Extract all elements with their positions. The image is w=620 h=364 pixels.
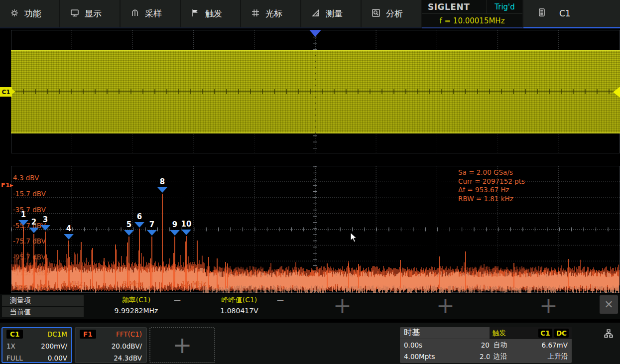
fft-db-label: -15.7 dBV bbox=[13, 190, 46, 198]
active-channel-section[interactable]: C1 bbox=[523, 0, 620, 28]
fft-freq-label: 4 MHz bbox=[62, 279, 83, 287]
c1-probe: 1X bbox=[6, 342, 15, 350]
fft-peak-number: 9 bbox=[172, 220, 177, 229]
add-measure-icon[interactable]: + bbox=[497, 294, 600, 317]
trigger-counter-panel: SIGLENT Trig'd f = 10.00015MHz bbox=[422, 0, 523, 28]
menu-item-5[interactable]: 光标 bbox=[241, 0, 301, 27]
fft-peak-number: 6 bbox=[137, 212, 142, 221]
menu-item-label: 分析 bbox=[386, 8, 403, 19]
display-icon bbox=[70, 8, 79, 19]
fft-db-label: -115.7 dBV bbox=[13, 269, 50, 277]
measure-row-label: 当前值 bbox=[2, 307, 84, 317]
gear-icon bbox=[10, 8, 19, 19]
remove-measure-icon[interactable]: — bbox=[277, 296, 284, 304]
fft-info-line: Δf = 953.67 Hz bbox=[458, 186, 509, 194]
trigger-level-marker[interactable] bbox=[613, 87, 620, 98]
fft-peak-number: 10 bbox=[181, 220, 192, 229]
fft-peak-marker bbox=[29, 228, 39, 233]
analyze-icon bbox=[372, 8, 380, 19]
fft-freq-label: 12 MHz bbox=[181, 279, 206, 287]
menu-item-6[interactable]: 测量 bbox=[301, 0, 362, 27]
brand-row: SIGLENT Trig'd bbox=[422, 0, 522, 14]
menu-item-7[interactable]: 分析 bbox=[362, 0, 422, 27]
menu-item-1[interactable]: 功能 bbox=[0, 0, 60, 27]
menu-item-label: 采样 bbox=[145, 8, 162, 19]
trigger-title: 触发 bbox=[493, 329, 506, 338]
close-icon[interactable]: ✕ bbox=[600, 295, 618, 314]
measure-item-name: 频率(C1) bbox=[85, 296, 188, 305]
trigger-position-marker[interactable] bbox=[309, 30, 321, 37]
menu-item-label: 光标 bbox=[265, 8, 282, 19]
fft-peak-marker bbox=[134, 222, 144, 228]
trigger-box[interactable]: 触发 C1 DC 自动 6.67mV 边沿 上升沿 bbox=[490, 327, 572, 363]
active-channel-label: C1 bbox=[559, 8, 571, 18]
fft-db-label: -95.7 dBV bbox=[13, 253, 46, 261]
fft-peak-number: 5 bbox=[126, 220, 131, 229]
c1-offset-marker[interactable]: C1 bbox=[0, 87, 12, 97]
menu-item-label: 触发 bbox=[205, 8, 222, 19]
fft-info-line: Sa = 2.00 GSa/s bbox=[458, 168, 513, 176]
fft-peak-marker bbox=[18, 220, 28, 226]
trigger-type: 边沿 bbox=[494, 352, 507, 361]
plus-icon: + bbox=[173, 332, 192, 359]
trigger-status: Trig'd bbox=[487, 0, 522, 13]
measure-slot-empty: + bbox=[497, 294, 600, 317]
fft-peak-number: 3 bbox=[43, 215, 48, 224]
f1-offset: 24.3dBV bbox=[114, 354, 142, 362]
fft-db-label: 4.3 dBV bbox=[13, 174, 39, 182]
timebase-title: 时基 bbox=[404, 328, 420, 338]
menu-item-2[interactable]: 显示 bbox=[60, 0, 121, 27]
fft-peak-number: 2 bbox=[31, 218, 36, 227]
fft-info-line: RBW = 1.81 kHz bbox=[458, 195, 513, 203]
frequency-counter: f = 10.00015MHz bbox=[422, 14, 522, 27]
fft-peak-marker bbox=[157, 187, 167, 193]
fft-db-label: -75.7 dBV bbox=[13, 237, 46, 245]
network-icon[interactable] bbox=[604, 329, 614, 341]
trigger-level: 6.67mV bbox=[542, 341, 568, 349]
fft-info-line: Curr = 2097152 pts bbox=[458, 177, 525, 185]
fft-freq-label: 8 MHz bbox=[123, 279, 143, 287]
trigger-mode: 自动 bbox=[494, 341, 507, 350]
measure-item-value: 9.99282MHz bbox=[85, 307, 188, 315]
oscilloscope-screen: 功能显示采样触发光标测量分析 SIGLENT Trig'd f = 10.000… bbox=[0, 0, 620, 364]
timebase-delay: 0.00s bbox=[404, 341, 422, 349]
c1-coupling: DC1M bbox=[47, 330, 67, 338]
fft-peak-marker bbox=[124, 230, 134, 236]
sample-icon bbox=[130, 8, 139, 19]
measure-slot-empty: + bbox=[394, 294, 497, 317]
fft-peak-marker bbox=[147, 230, 157, 236]
measure-slot-empty: + bbox=[291, 294, 394, 317]
fft-spectrum-trace bbox=[11, 166, 620, 293]
measurement-bar: 测量项 当前值 频率(C1) — 9.99282MHz峰峰值(C1) — 1.0… bbox=[0, 294, 620, 319]
menu-item-label: 功能 bbox=[24, 8, 41, 19]
c1-channel-box[interactable]: C1 DC1M 1X 200mV/ FULL 0.00V bbox=[1, 327, 72, 363]
trigger-source-badge: C1 bbox=[538, 329, 552, 338]
graticule-center-vline bbox=[315, 50, 316, 133]
f1-function: FFT(C1) bbox=[116, 330, 142, 338]
cursor-icon bbox=[251, 8, 260, 19]
top-menu-bar: 功能显示采样触发光标测量分析 SIGLENT Trig'd f = 10.000… bbox=[0, 0, 620, 28]
menu-item-label: 测量 bbox=[326, 8, 343, 19]
fft-peak-marker bbox=[170, 230, 180, 236]
fft-peak-number: 8 bbox=[160, 177, 165, 186]
f1-math-box[interactable]: F1 FFT(C1) 20.0dBV/ 24.3dBV bbox=[75, 327, 147, 363]
channel-list-icon bbox=[537, 8, 546, 19]
fft-db-label: -135.7 dBV bbox=[13, 284, 50, 292]
fft-db-label: -35.7 dBV bbox=[13, 206, 46, 214]
c1-scale: 200mV/ bbox=[41, 342, 67, 350]
trigger-coupling-badge: DC bbox=[554, 329, 569, 338]
menu-item-3[interactable]: 采样 bbox=[121, 0, 181, 27]
measure-slot-filled: 峰峰值(C1) — 1.080417V bbox=[188, 294, 291, 317]
menu-items: 功能显示采样触发光标测量分析 bbox=[0, 0, 422, 27]
add-measure-icon[interactable]: + bbox=[394, 294, 497, 317]
f1-scale: 20.0dBV/ bbox=[112, 342, 142, 350]
menu-item-4[interactable]: 触发 bbox=[181, 0, 241, 27]
measure-icon bbox=[311, 8, 320, 19]
fft-peak-number: 4 bbox=[66, 224, 71, 233]
remove-measure-icon[interactable]: — bbox=[174, 296, 181, 304]
add-measure-icon[interactable]: + bbox=[291, 294, 394, 317]
c1-bandwidth: FULL bbox=[6, 354, 23, 362]
c1-offset: 0.00V bbox=[48, 354, 67, 362]
add-channel-button[interactable]: + bbox=[149, 327, 215, 363]
fft-peak-marker bbox=[40, 225, 50, 231]
